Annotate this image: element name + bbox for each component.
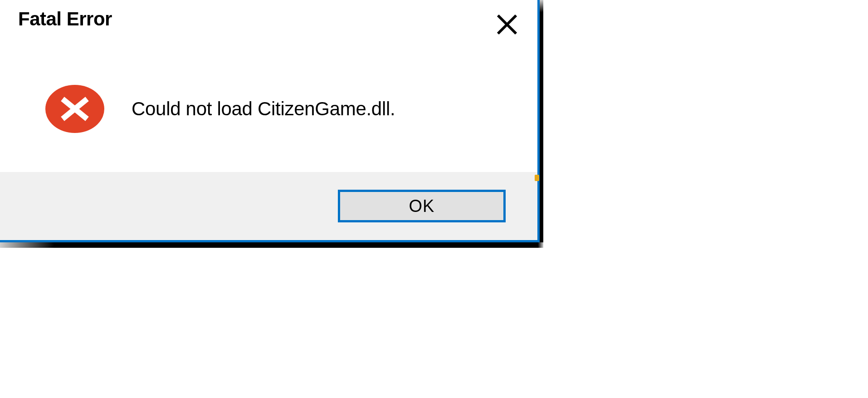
close-icon: [496, 14, 518, 35]
error-icon: [45, 85, 104, 133]
error-message: Could not load CitizenGame.dll.: [132, 98, 395, 120]
dialog-container: Fatal Error Could not load CitizenGame.d…: [0, 0, 543, 248]
shadow-decoration: [540, 0, 543, 248]
content-area: Could not load CitizenGame.dll.: [0, 45, 537, 172]
error-dialog: Fatal Error Could not load CitizenGame.d…: [0, 0, 540, 242]
close-button[interactable]: [494, 12, 519, 37]
shadow-decoration: [0, 242, 543, 248]
titlebar: Fatal Error: [0, 0, 537, 45]
error-x-icon: [59, 95, 91, 123]
error-icon-circle: [45, 85, 104, 133]
ok-button[interactable]: OK: [338, 190, 506, 222]
accent-decoration: [535, 175, 539, 181]
dialog-title: Fatal Error: [18, 8, 112, 30]
button-bar: OK: [0, 172, 537, 240]
